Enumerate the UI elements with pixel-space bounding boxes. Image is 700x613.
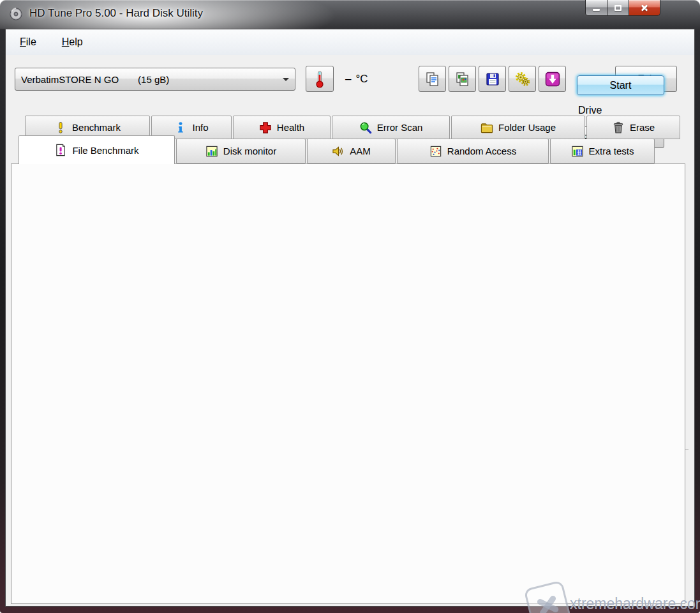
app-window: HD Tune Pro 5.00 - Hard Disk Utility Fil… xyxy=(0,0,700,613)
save-screenshot-button[interactable] xyxy=(479,66,506,92)
tab-label: AAM xyxy=(350,146,371,156)
drive-size: (15 gB) xyxy=(138,74,169,85)
thermometer-icon xyxy=(312,70,327,88)
tab-label: Erase xyxy=(630,122,655,133)
copy-image-button[interactable] xyxy=(449,66,476,92)
app-icon xyxy=(9,7,23,21)
copy-text-icon xyxy=(425,72,440,87)
watermark: xtremehardware.com xyxy=(528,580,700,613)
file-exclamation-icon xyxy=(54,144,67,156)
tab-disk-monitor[interactable]: Disk monitor xyxy=(176,139,306,163)
chevron-down-icon xyxy=(283,78,289,81)
menu-bar: File Help xyxy=(6,29,694,55)
temperature-button[interactable] xyxy=(306,66,334,92)
drive-name: VerbatimSTORE N GO xyxy=(21,74,119,85)
drive-label: Drive xyxy=(578,105,602,116)
tab-file-benchmark[interactable]: File Benchmark xyxy=(19,135,175,164)
start-button[interactable]: Start xyxy=(577,75,664,95)
tab-label: Info xyxy=(192,122,208,133)
tab-label: File Benchmark xyxy=(72,145,138,156)
window-title: HD Tune Pro 5.00 - Hard Disk Utility xyxy=(29,7,203,20)
tab-health[interactable]: Health xyxy=(233,116,331,139)
temperature-value: – xyxy=(345,73,351,86)
tab-erase[interactable]: Erase xyxy=(586,116,680,139)
start-label: Start xyxy=(610,80,632,91)
save-icon xyxy=(485,72,500,87)
close-icon xyxy=(640,3,649,12)
drive-select-combo[interactable]: VerbatimSTORE N GO (15 gB) xyxy=(15,68,295,91)
trash-icon xyxy=(612,121,625,134)
maximize-button[interactable] xyxy=(607,0,629,16)
options-gears-icon xyxy=(514,71,531,87)
minimize-button[interactable] xyxy=(585,0,607,16)
tab-label: Benchmark xyxy=(72,122,121,133)
minimize-icon xyxy=(593,9,600,11)
maximize-icon xyxy=(614,5,622,11)
tab-folder-usage[interactable]: Folder Usage xyxy=(451,116,585,139)
close-button[interactable] xyxy=(629,0,660,16)
extra-tests-icon xyxy=(571,145,584,158)
speaker-icon xyxy=(332,145,345,158)
tab-row-2: File Benchmark Disk monitor AAM Random A… xyxy=(19,139,694,163)
tab-extra-tests[interactable]: Extra tests xyxy=(550,139,655,163)
save-file-icon xyxy=(544,71,561,87)
tab-label: Random Access xyxy=(447,146,516,156)
client-area: File Help VerbatimSTORE N GO (15 gB) – xyxy=(5,29,695,607)
info-icon xyxy=(174,121,187,134)
tab-random-access[interactable]: Random Access xyxy=(397,139,549,163)
copy-text-button[interactable] xyxy=(419,66,446,92)
title-bar: HD Tune Pro 5.00 - Hard Disk Utility xyxy=(0,0,700,29)
tab-label: Health xyxy=(277,122,304,133)
tab-aam[interactable]: AAM xyxy=(307,139,396,163)
magnifier-icon xyxy=(359,121,372,134)
folder-icon xyxy=(480,121,493,134)
copy-image-icon xyxy=(455,72,470,87)
scatter-icon xyxy=(429,145,442,158)
watermark-text: xtremehardware.com xyxy=(570,595,700,612)
tab-label: Extra tests xyxy=(589,146,634,156)
window-controls xyxy=(585,0,660,16)
save-file-button[interactable] xyxy=(539,66,566,92)
tab-error-scan[interactable]: Error Scan xyxy=(332,116,450,139)
tab-label: Folder Usage xyxy=(498,122,556,133)
tab-label: Disk monitor xyxy=(223,146,276,156)
tab-label: Error Scan xyxy=(377,122,423,133)
watermark-logo-icon xyxy=(523,580,571,613)
file-benchmark-panel xyxy=(11,163,685,604)
health-cross-icon xyxy=(259,121,272,134)
menu-help[interactable]: Help xyxy=(62,36,83,48)
exclamation-icon xyxy=(54,121,67,134)
temperature-readout: – °C xyxy=(345,73,368,86)
options-button[interactable] xyxy=(509,66,536,92)
screenshot: HD Tune Pro 5.00 - Hard Disk Utility Fil… xyxy=(0,0,700,613)
menu-file[interactable]: File xyxy=(20,36,36,48)
bar-chart-icon xyxy=(205,145,218,158)
temperature-unit: °C xyxy=(355,73,368,86)
tab-strip: Benchmark Info Health Error Scan xyxy=(6,116,694,163)
